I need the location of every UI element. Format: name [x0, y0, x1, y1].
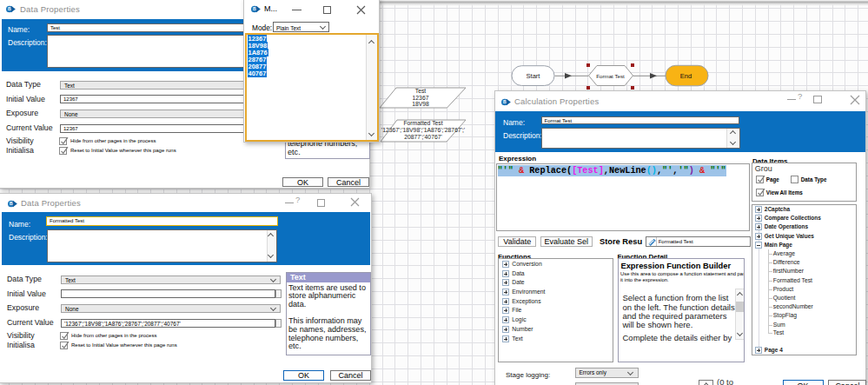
svg-text:Test: Test: [415, 88, 427, 94]
svg-text:B: B: [8, 6, 11, 11]
svg-text:End: End: [680, 72, 692, 80]
svg-text:Formatted Test: Formatted Test: [403, 120, 442, 126]
svg-text:B: B: [10, 201, 13, 206]
svg-text:B: B: [253, 6, 256, 11]
svg-text:Start: Start: [527, 72, 541, 80]
svg-text:Format Test: Format Test: [596, 73, 625, 79]
svg-text:12367: 12367: [413, 95, 429, 101]
svg-text:'12367';'18V98';'1A876';'28767: '12367';'18V98';'1A876';'28767';': [381, 127, 465, 133]
svg-text:B: B: [503, 99, 507, 104]
svg-text:20877';'40767': 20877';'40767': [404, 134, 442, 140]
svg-text:18V98: 18V98: [412, 101, 429, 107]
